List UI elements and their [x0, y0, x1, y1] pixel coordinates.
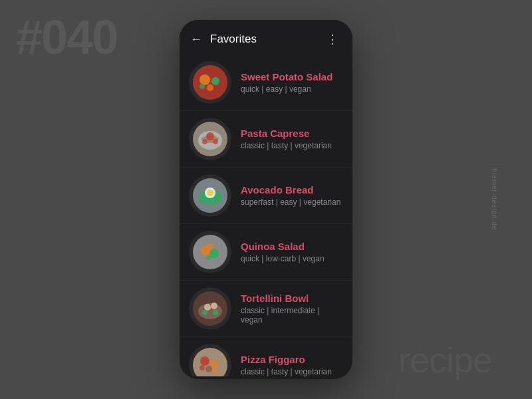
recipe-name: Quinoa Salad — [241, 241, 343, 252]
svg-point-22 — [206, 255, 211, 260]
svg-point-32 — [200, 356, 209, 366]
background-recipe-word: recipe — [398, 339, 492, 380]
svg-point-33 — [210, 360, 218, 368]
svg-point-34 — [205, 366, 212, 372]
recipe-tags: classic | intermediate | vegan — [241, 306, 343, 325]
recipe-image — [189, 344, 231, 376]
recipe-info: Tortellini Bowlclassic | intermediate | … — [241, 293, 343, 325]
list-item[interactable]: Pizza Figgaroclassic | tasty | vegetaria… — [180, 337, 352, 376]
recipe-image — [189, 287, 231, 330]
recipe-image — [189, 118, 231, 160]
recipe-tags: quick | easy | vegan — [241, 84, 343, 94]
recipe-info: Pizza Figgaroclassic | tasty | vegetaria… — [241, 354, 343, 376]
recipe-name: Pizza Figgaro — [241, 354, 343, 365]
recipe-name: Pasta Caprese — [241, 128, 343, 139]
svg-point-28 — [202, 310, 207, 315]
header-left: ← Favorites — [188, 31, 257, 48]
svg-point-11 — [213, 139, 218, 144]
recipe-image — [189, 61, 231, 104]
watermark-text: hiemer-design.de — [491, 168, 498, 230]
svg-point-29 — [213, 310, 218, 315]
recipe-image — [189, 231, 231, 273]
more-button[interactable]: ⋮ — [324, 31, 342, 48]
svg-point-4 — [207, 84, 213, 91]
list-item[interactable]: Sweet Potato Saladquick | easy | vegan — [180, 55, 352, 111]
recipe-name: Sweet Potato Salad — [241, 71, 343, 82]
list-item[interactable]: Tortellini Bowlclassic | intermediate | … — [180, 281, 352, 337]
recipe-info: Sweet Potato Saladquick | easy | vegan — [241, 71, 343, 94]
background-number-label: #040 — [16, 13, 117, 61]
header-title: Favorites — [210, 33, 257, 46]
recipe-info: Quinoa Saladquick | low-carb | vegan — [241, 241, 343, 263]
recipe-image — [189, 174, 231, 217]
svg-point-35 — [200, 365, 205, 370]
svg-point-26 — [204, 304, 211, 311]
recipe-info: Pasta Capreseclassic | tasty | vegetaria… — [241, 128, 343, 150]
phone-shell: ← Favorites ⋮ Sweet Potato Saladquick | … — [180, 20, 352, 379]
recipe-info: Avocado Breadsuperfast | easy | vegetari… — [241, 184, 343, 207]
svg-point-5 — [200, 84, 205, 89]
app-header: ← Favorites ⋮ — [180, 20, 352, 55]
list-item[interactable]: Avocado Breadsuperfast | easy | vegetari… — [180, 168, 352, 224]
back-button[interactable]: ← — [188, 31, 205, 48]
svg-point-10 — [202, 139, 207, 144]
svg-point-16 — [207, 190, 213, 196]
recipe-tags: superfast | easy | vegetarian — [241, 198, 343, 207]
svg-point-36 — [213, 368, 218, 373]
recipe-list: Sweet Potato Saladquick | easy | vegan P… — [180, 55, 352, 376]
recipe-tags: quick | low-carb | vegan — [241, 254, 343, 263]
svg-point-27 — [211, 303, 217, 309]
recipe-name: Avocado Bread — [241, 184, 343, 196]
list-item[interactable]: Pasta Capreseclassic | tasty | vegetaria… — [180, 111, 352, 168]
svg-point-1 — [193, 65, 227, 100]
recipe-name: Tortellini Bowl — [241, 293, 343, 304]
recipe-tags: classic | tasty | vegetarian — [241, 141, 343, 150]
svg-point-21 — [207, 243, 213, 250]
svg-point-2 — [200, 74, 210, 85]
list-item[interactable]: Quinoa Saladquick | low-carb | vegan — [180, 224, 352, 281]
recipe-tags: classic | tasty | vegetarian — [241, 367, 343, 376]
svg-point-9 — [206, 132, 214, 140]
svg-point-3 — [211, 77, 219, 85]
